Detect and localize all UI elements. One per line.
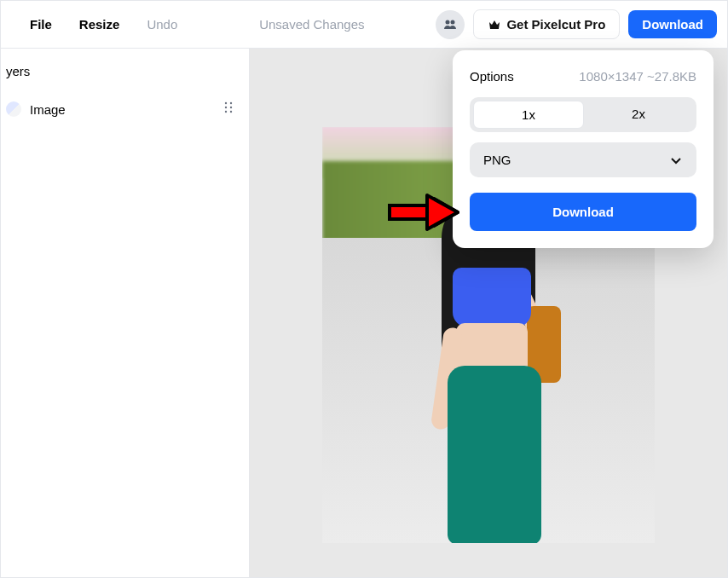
unsaved-changes-label: Unsaved Changes (259, 17, 364, 32)
layer-thumbnail (6, 101, 21, 117)
crown-icon (488, 19, 501, 31)
sidebar-title: yers (6, 64, 237, 78)
svg-point-6 (225, 111, 227, 113)
format-select[interactable]: PNG (470, 142, 696, 177)
layer-item-image[interactable]: Image (13, 94, 237, 124)
get-pro-button[interactable]: Get Pixelcut Pro (473, 9, 620, 39)
svg-point-2 (225, 102, 227, 104)
download-options-panel: Options 1080×1347 ~27.8KB 1x 2x PNG Down… (453, 50, 714, 248)
svg-point-0 (446, 20, 450, 24)
svg-point-1 (451, 20, 455, 24)
header-left-group: File Resize Undo (11, 12, 188, 37)
scale-option-1x[interactable]: 1x (473, 101, 584, 129)
get-pro-label: Get Pixelcut Pro (506, 17, 605, 32)
svg-point-5 (230, 107, 232, 108)
share-button[interactable] (436, 10, 465, 39)
app-header: File Resize Undo Unsaved Changes Get Pix… (1, 1, 727, 49)
layer-name-label: Image (30, 102, 215, 117)
options-label: Options (470, 69, 514, 84)
header-download-button[interactable]: Download (628, 10, 717, 38)
chevron-down-icon (669, 153, 683, 167)
scale-toggle-group: 1x 2x (470, 97, 696, 132)
panel-download-label: Download (552, 205, 614, 219)
drag-handle-icon[interactable] (223, 101, 234, 118)
scale-option-2x[interactable]: 2x (584, 101, 693, 129)
svg-point-3 (230, 102, 232, 104)
menu-undo: Undo (136, 12, 188, 37)
panel-download-button[interactable]: Download (470, 193, 696, 231)
panel-header: Options 1080×1347 ~27.8KB (470, 69, 696, 84)
svg-point-7 (230, 111, 232, 113)
format-value: PNG (483, 153, 511, 167)
menu-file[interactable]: File (20, 12, 62, 37)
header-download-label: Download (642, 17, 703, 32)
layers-sidebar: yers Image (1, 49, 250, 577)
image-dimensions-label: 1080×1347 ~27.8KB (579, 69, 696, 84)
svg-point-4 (225, 107, 227, 108)
menu-resize[interactable]: Resize (69, 12, 130, 37)
header-right-group: Get Pixelcut Pro Download (436, 9, 717, 39)
people-icon (443, 18, 457, 32)
